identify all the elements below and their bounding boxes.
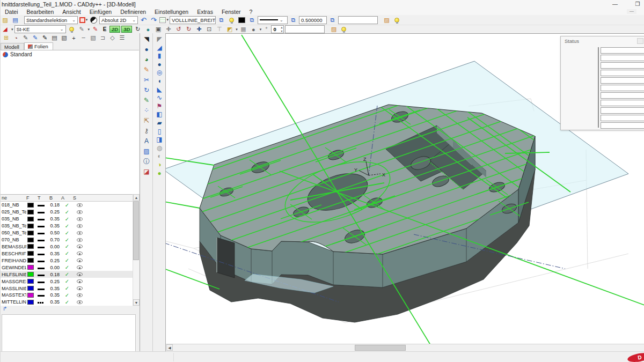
edit-sheet-icon[interactable]: ✎ [31, 34, 40, 42]
menu-item-7[interactable]: Fenster [217, 9, 245, 15]
layer-active-check-icon[interactable]: ✓ [61, 278, 73, 284]
layer-apply4-icon[interactable]: ⧉ [328, 16, 337, 24]
render-sphere-icon[interactable]: ● [249, 25, 258, 33]
layer-apply2-icon[interactable]: ⧉ [247, 16, 257, 24]
menu-item-2[interactable]: Ansicht [58, 9, 85, 15]
layer-row-MASSGREN...[interactable]: MASSGREN...0.25✓ [1, 278, 133, 285]
pen-tool-icon[interactable]: ✎ [77, 25, 86, 33]
layer-active-check-icon[interactable]: ✓ [61, 264, 73, 270]
menu-item-3[interactable]: Einfügen [85, 9, 116, 15]
layer-linetype[interactable] [38, 279, 49, 284]
ke-combo[interactable]: St-KE⌄ [14, 25, 66, 33]
layer-linetype[interactable] [38, 272, 49, 277]
tsquare-icon[interactable]: ⊤ [215, 25, 224, 33]
sphere-green-icon[interactable]: ● [153, 168, 165, 178]
layer-color-swatch[interactable] [26, 210, 38, 215]
layer-color-swatch[interactable] [26, 265, 38, 270]
fill-tool-icon[interactable]: ▨ [382, 16, 391, 24]
layer-color-swatch[interactable] [26, 286, 38, 291]
move-view-icon[interactable]: ✚ [194, 25, 203, 33]
table-icon[interactable]: ▤ [50, 34, 59, 42]
key-icon[interactable]: ⚷ [141, 126, 152, 136]
contrast-circle-icon[interactable] [89, 16, 98, 24]
layer-visibility-eye-icon[interactable] [73, 252, 86, 255]
layer-linetype[interactable] [38, 244, 49, 249]
layer-visibility-eye-icon[interactable] [73, 300, 86, 304]
layer-row-FREIHANDLI...[interactable]: FREIHANDLI...0.25✓ [1, 257, 133, 264]
layer-active-check-icon[interactable]: ✓ [61, 230, 73, 236]
layer-apply-icon[interactable]: ⧉ [217, 16, 226, 24]
layer-row-MASSLINIEN[interactable]: MASSLINIEN0.35✓ [1, 285, 133, 292]
layer-visibility-eye-icon[interactable] [73, 224, 86, 228]
cube-icon[interactable]: ▧ [89, 34, 98, 42]
layer-row-MITTELLINIEN[interactable]: MITTELLINIEN0.35✓ [1, 299, 133, 306]
bulb3-icon[interactable] [67, 25, 76, 33]
layer-visibility-eye-icon[interactable] [73, 217, 86, 221]
layer-active-check-icon[interactable]: ✓ [61, 243, 73, 249]
layer-active-check-icon[interactable]: ✓ [61, 202, 73, 208]
canvas-scroll-left-icon[interactable]: ◀ [166, 344, 173, 351]
layer-visibility-eye-icon[interactable] [73, 203, 86, 207]
sketch-pencil-icon[interactable]: ✎ [141, 65, 152, 75]
zoom-fit-icon[interactable]: ⊡ [204, 25, 214, 33]
layer-active-check-icon[interactable]: ✓ [61, 299, 73, 305]
trim-icon[interactable]: ✂ [141, 75, 152, 85]
layer-color-swatch[interactable] [26, 244, 38, 249]
undo-icon[interactable]: ↶ [139, 16, 148, 24]
layer-color-swatch[interactable] [26, 258, 38, 263]
scroll-up-icon[interactable]: ▲ [133, 194, 140, 201]
rotate-icon[interactable]: ↻ [141, 85, 152, 95]
layer-row-070_NB[interactable]: 070_NB0.70✓ [1, 237, 133, 243]
grid-settings-icon[interactable]: ▾ [159, 16, 169, 24]
panel-corner-icon[interactable]: ↱ [3, 306, 7, 312]
text-style-icon[interactable]: A [141, 136, 152, 146]
layer-color-swatch[interactable] [26, 279, 38, 284]
layer-color-swatch[interactable] [26, 300, 38, 305]
layer-row-018_NB[interactable]: 018_NB0.18✓ [1, 202, 133, 209]
draw-pencil-icon[interactable]: ✎ [141, 95, 152, 105]
shaded-view-icon[interactable]: ● [143, 25, 152, 33]
line-style-combo[interactable]: ⌄ [258, 16, 288, 24]
layer-active-check-icon[interactable]: ✓ [61, 223, 73, 229]
color-swatch-icon[interactable] [237, 16, 246, 24]
h-pencil-icon[interactable]: ✎ [40, 34, 49, 42]
layer-row-035_NB[interactable]: 035_NB0.35✓ [1, 216, 133, 223]
line-width-field[interactable]: 0.500000 [299, 16, 327, 24]
save-icon[interactable]: ▤ [11, 16, 20, 24]
new-layer-icon[interactable]: ⊞ [2, 34, 11, 42]
layer-apply3-icon[interactable]: ⧉ [289, 16, 298, 24]
layer-row-BEMASSUN...[interactable]: BEMASSUN...0.00✓ [1, 243, 133, 250]
shaded-sphere-icon[interactable]: ◕ [141, 55, 152, 64]
layer-color-swatch[interactable] [26, 231, 38, 235]
layer-color-swatch[interactable] [26, 293, 38, 298]
canvas-hscrollbar[interactable]: ◀ [166, 344, 644, 351]
coordinate-mode-combo[interactable]: Absolut 2D⌄ [99, 16, 138, 24]
layer-linetype[interactable] [38, 216, 49, 221]
layer-linetype[interactable] [38, 286, 49, 291]
layer-visibility-eye-icon[interactable] [73, 245, 86, 248]
connector-icon[interactable]: ⊐ [98, 34, 107, 42]
rotate-view-icon[interactable]: ↻ [133, 25, 142, 33]
layer-linetype[interactable] [38, 223, 49, 228]
layer-list-scrollbar[interactable]: ▲ ▼ [133, 194, 139, 306]
layer-row-025_NB_Text[interactable]: 025_NB_Text0.25✓ [1, 209, 133, 216]
bulb2-icon[interactable] [392, 16, 401, 24]
layer-color-swatch[interactable] [26, 272, 38, 277]
list-icon[interactable]: ☰ [118, 34, 127, 42]
layer-visibility-eye-icon[interactable] [73, 265, 86, 269]
hatch-icon[interactable]: ▨ [141, 146, 152, 156]
rotate-right-icon[interactable]: ↻ [184, 25, 193, 33]
measure-icon[interactable]: ┄ [79, 34, 88, 42]
layer-linetype[interactable] [38, 251, 49, 256]
clock-icon[interactable]: ◔ [11, 34, 20, 42]
pan-icon[interactable]: ✚ [164, 25, 173, 33]
menu-item-4[interactable]: Definieren [116, 9, 150, 15]
iso-view-icon[interactable]: ◇ [108, 34, 117, 42]
crosshair-icon[interactable]: + [69, 34, 78, 42]
open-file-icon[interactable]: ▨ [1, 16, 10, 24]
eraser-icon[interactable]: ◪ [141, 167, 152, 176]
layer-linetype[interactable] [38, 299, 49, 305]
layer-row-050_NB_Text[interactable]: 050_NB_Text0.50✓ [1, 230, 133, 237]
layer-row-GEWINDELI...[interactable]: GEWINDELI...0.00✓ [1, 264, 133, 271]
pen-red-icon[interactable]: ✎ [91, 25, 100, 33]
